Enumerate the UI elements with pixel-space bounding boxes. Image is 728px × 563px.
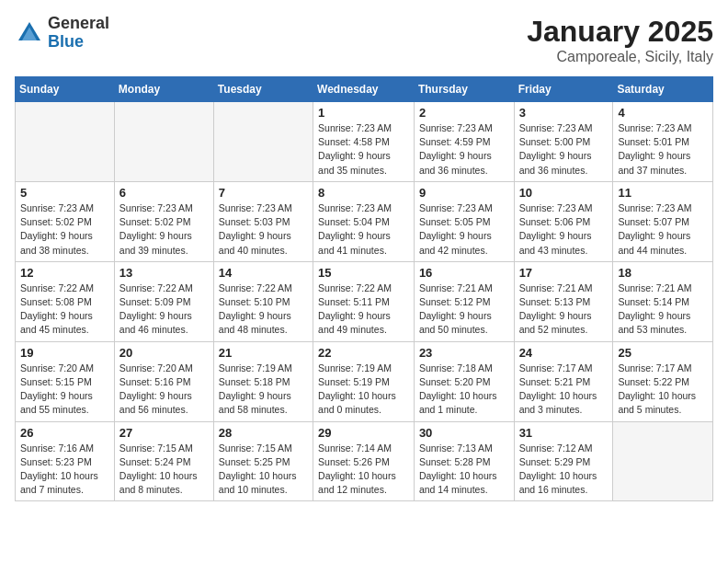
day-number: 16 <box>419 266 509 280</box>
calendar-cell: 22Sunrise: 7:19 AM Sunset: 5:19 PM Dayli… <box>313 341 415 421</box>
day-info: Sunrise: 7:18 AM Sunset: 5:20 PM Dayligh… <box>419 362 509 418</box>
calendar-cell: 12Sunrise: 7:22 AM Sunset: 5:08 PM Dayli… <box>16 261 115 341</box>
day-number: 22 <box>318 346 409 360</box>
day-info: Sunrise: 7:21 AM Sunset: 5:14 PM Dayligh… <box>618 282 708 338</box>
day-number: 11 <box>618 186 708 200</box>
logo-blue-text: Blue <box>48 33 109 52</box>
calendar-cell: 18Sunrise: 7:21 AM Sunset: 5:14 PM Dayli… <box>613 261 713 341</box>
calendar-cell: 29Sunrise: 7:14 AM Sunset: 5:26 PM Dayli… <box>313 421 415 501</box>
day-info: Sunrise: 7:20 AM Sunset: 5:15 PM Dayligh… <box>20 362 109 418</box>
day-number: 10 <box>519 186 609 200</box>
page-header: General Blue January 2025 Camporeale, Si… <box>15 15 713 65</box>
calendar-week-row: 19Sunrise: 7:20 AM Sunset: 5:15 PM Dayli… <box>16 341 713 421</box>
day-info: Sunrise: 7:22 AM Sunset: 5:10 PM Dayligh… <box>219 282 308 338</box>
day-number: 2 <box>419 106 509 120</box>
day-number: 24 <box>519 346 609 360</box>
day-header-monday: Monday <box>114 77 213 102</box>
day-info: Sunrise: 7:23 AM Sunset: 5:05 PM Dayligh… <box>419 201 509 258</box>
day-info: Sunrise: 7:23 AM Sunset: 4:58 PM Dayligh… <box>318 121 409 178</box>
calendar-cell: 28Sunrise: 7:15 AM Sunset: 5:25 PM Dayli… <box>213 421 313 501</box>
calendar-cell: 21Sunrise: 7:19 AM Sunset: 5:18 PM Dayli… <box>213 341 313 421</box>
day-number: 13 <box>119 266 209 280</box>
day-info: Sunrise: 7:23 AM Sunset: 5:02 PM Dayligh… <box>119 201 209 258</box>
day-number: 21 <box>219 346 308 360</box>
day-info: Sunrise: 7:23 AM Sunset: 5:03 PM Dayligh… <box>219 201 308 258</box>
day-number: 20 <box>119 346 209 360</box>
day-number: 7 <box>219 186 308 200</box>
day-header-thursday: Thursday <box>414 77 514 102</box>
day-info: Sunrise: 7:13 AM Sunset: 5:28 PM Dayligh… <box>419 442 509 498</box>
day-number: 30 <box>419 426 509 440</box>
day-number: 18 <box>618 266 708 280</box>
calendar-week-row: 26Sunrise: 7:16 AM Sunset: 5:23 PM Dayli… <box>16 421 713 501</box>
calendar-cell: 14Sunrise: 7:22 AM Sunset: 5:10 PM Dayli… <box>213 261 313 341</box>
day-number: 5 <box>20 186 109 200</box>
calendar-cell: 5Sunrise: 7:23 AM Sunset: 5:02 PM Daylig… <box>16 181 115 261</box>
calendar-cell <box>613 421 713 501</box>
day-info: Sunrise: 7:23 AM Sunset: 4:59 PM Dayligh… <box>419 121 509 178</box>
day-header-tuesday: Tuesday <box>213 77 313 102</box>
day-info: Sunrise: 7:23 AM Sunset: 5:04 PM Dayligh… <box>318 201 409 258</box>
day-info: Sunrise: 7:12 AM Sunset: 5:29 PM Dayligh… <box>519 442 609 498</box>
day-header-friday: Friday <box>514 77 613 102</box>
calendar-cell: 30Sunrise: 7:13 AM Sunset: 5:28 PM Dayli… <box>414 421 514 501</box>
calendar-cell: 8Sunrise: 7:23 AM Sunset: 5:04 PM Daylig… <box>313 181 415 261</box>
day-number: 1 <box>318 106 409 120</box>
day-number: 14 <box>219 266 308 280</box>
day-info: Sunrise: 7:20 AM Sunset: 5:16 PM Dayligh… <box>119 362 209 418</box>
calendar-cell: 2Sunrise: 7:23 AM Sunset: 4:59 PM Daylig… <box>414 102 514 182</box>
calendar-cell: 7Sunrise: 7:23 AM Sunset: 5:03 PM Daylig… <box>213 181 313 261</box>
calendar-cell: 9Sunrise: 7:23 AM Sunset: 5:05 PM Daylig… <box>414 181 514 261</box>
day-number: 29 <box>318 426 409 440</box>
calendar-week-row: 12Sunrise: 7:22 AM Sunset: 5:08 PM Dayli… <box>16 261 713 341</box>
day-info: Sunrise: 7:16 AM Sunset: 5:23 PM Dayligh… <box>20 442 109 498</box>
calendar-cell: 15Sunrise: 7:22 AM Sunset: 5:11 PM Dayli… <box>313 261 415 341</box>
calendar-cell: 13Sunrise: 7:22 AM Sunset: 5:09 PM Dayli… <box>114 261 213 341</box>
calendar-cell: 16Sunrise: 7:21 AM Sunset: 5:12 PM Dayli… <box>414 261 514 341</box>
day-number: 9 <box>419 186 509 200</box>
calendar-cell: 27Sunrise: 7:15 AM Sunset: 5:24 PM Dayli… <box>114 421 213 501</box>
day-info: Sunrise: 7:23 AM Sunset: 5:00 PM Dayligh… <box>519 121 609 178</box>
day-info: Sunrise: 7:14 AM Sunset: 5:26 PM Dayligh… <box>318 442 409 498</box>
calendar-cell <box>213 102 313 182</box>
calendar-header-row: SundayMondayTuesdayWednesdayThursdayFrid… <box>16 77 713 102</box>
logo-icon <box>15 18 44 48</box>
day-header-wednesday: Wednesday <box>313 77 415 102</box>
day-info: Sunrise: 7:23 AM Sunset: 5:07 PM Dayligh… <box>618 201 708 258</box>
day-info: Sunrise: 7:21 AM Sunset: 5:12 PM Dayligh… <box>419 282 509 338</box>
day-number: 28 <box>219 426 308 440</box>
logo-general-text: General <box>48 15 109 33</box>
calendar-cell: 20Sunrise: 7:20 AM Sunset: 5:16 PM Dayli… <box>114 341 213 421</box>
day-number: 4 <box>618 106 708 120</box>
day-info: Sunrise: 7:22 AM Sunset: 5:08 PM Dayligh… <box>20 282 109 338</box>
day-header-sunday: Sunday <box>16 77 115 102</box>
calendar-cell <box>114 102 213 182</box>
calendar-cell: 10Sunrise: 7:23 AM Sunset: 5:06 PM Dayli… <box>514 181 613 261</box>
day-info: Sunrise: 7:21 AM Sunset: 5:13 PM Dayligh… <box>519 282 609 338</box>
day-info: Sunrise: 7:17 AM Sunset: 5:22 PM Dayligh… <box>618 362 708 418</box>
calendar-cell: 17Sunrise: 7:21 AM Sunset: 5:13 PM Dayli… <box>514 261 613 341</box>
day-header-saturday: Saturday <box>613 77 713 102</box>
day-number: 27 <box>119 426 209 440</box>
day-number: 12 <box>20 266 109 280</box>
day-info: Sunrise: 7:22 AM Sunset: 5:09 PM Dayligh… <box>119 282 209 338</box>
calendar-cell: 26Sunrise: 7:16 AM Sunset: 5:23 PM Dayli… <box>16 421 115 501</box>
day-info: Sunrise: 7:15 AM Sunset: 5:25 PM Dayligh… <box>219 442 308 498</box>
day-number: 15 <box>318 266 409 280</box>
calendar-cell: 3Sunrise: 7:23 AM Sunset: 5:00 PM Daylig… <box>514 102 613 182</box>
calendar-cell: 31Sunrise: 7:12 AM Sunset: 5:29 PM Dayli… <box>514 421 613 501</box>
calendar-cell <box>16 102 115 182</box>
calendar-cell: 24Sunrise: 7:17 AM Sunset: 5:21 PM Dayli… <box>514 341 613 421</box>
location-subtitle: Camporeale, Sicily, Italy <box>527 49 713 65</box>
day-number: 31 <box>519 426 609 440</box>
day-number: 26 <box>20 426 109 440</box>
calendar-cell: 23Sunrise: 7:18 AM Sunset: 5:20 PM Dayli… <box>414 341 514 421</box>
logo: General Blue <box>15 15 109 52</box>
calendar-week-row: 5Sunrise: 7:23 AM Sunset: 5:02 PM Daylig… <box>16 181 713 261</box>
day-number: 6 <box>119 186 209 200</box>
calendar-cell: 25Sunrise: 7:17 AM Sunset: 5:22 PM Dayli… <box>613 341 713 421</box>
day-number: 8 <box>318 186 409 200</box>
day-number: 3 <box>519 106 609 120</box>
day-info: Sunrise: 7:15 AM Sunset: 5:24 PM Dayligh… <box>119 442 209 498</box>
day-info: Sunrise: 7:17 AM Sunset: 5:21 PM Dayligh… <box>519 362 609 418</box>
